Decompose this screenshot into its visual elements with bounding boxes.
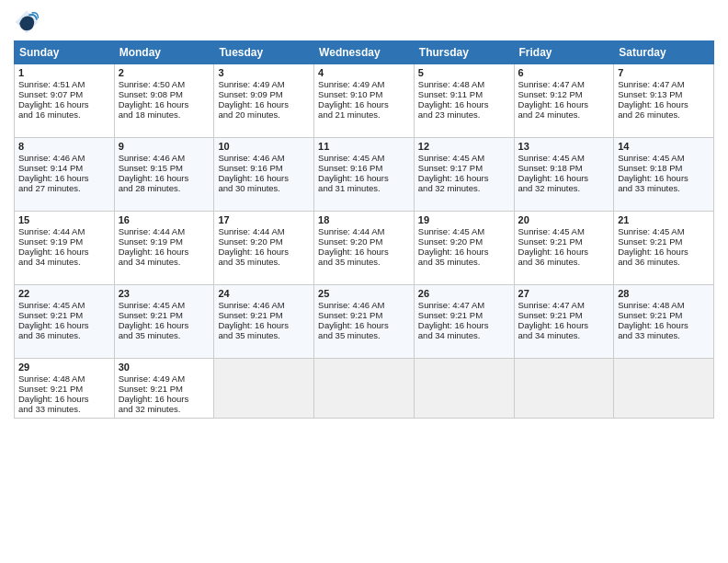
day-info: Daylight: 16 hours — [18, 99, 110, 109]
day-info: Sunrise: 4:50 AM — [119, 79, 210, 89]
day-info: Daylight: 16 hours — [318, 320, 410, 330]
calendar-cell: 28Sunrise: 4:48 AMSunset: 9:21 PMDayligh… — [614, 285, 714, 359]
day-info: Sunrise: 4:44 AM — [18, 226, 110, 236]
day-number: 11 — [318, 141, 410, 152]
day-info: Sunrise: 4:48 AM — [418, 79, 510, 89]
day-info: Sunset: 9:16 PM — [218, 163, 310, 173]
day-number: 2 — [119, 67, 210, 78]
weekday-header-tuesday: Tuesday — [214, 41, 314, 64]
calendar-cell: 6Sunrise: 4:47 AMSunset: 9:12 PMDaylight… — [514, 64, 614, 138]
day-info: Sunset: 9:21 PM — [518, 236, 610, 247]
day-info: and 30 minutes. — [218, 183, 310, 193]
day-info: Sunset: 9:21 PM — [18, 384, 110, 394]
day-info: Daylight: 16 hours — [119, 320, 210, 330]
day-info: Sunset: 9:10 PM — [318, 89, 410, 99]
day-info: Sunrise: 4:45 AM — [18, 300, 110, 310]
calendar-cell: 20Sunrise: 4:45 AMSunset: 9:21 PMDayligh… — [514, 212, 614, 285]
day-info: and 35 minutes. — [318, 330, 410, 340]
day-info: Daylight: 16 hours — [18, 173, 110, 183]
day-info: Sunset: 9:12 PM — [518, 89, 610, 99]
day-info: Sunrise: 4:46 AM — [119, 153, 210, 163]
day-info: Sunset: 9:20 PM — [418, 236, 510, 247]
calendar-week-2: 15Sunrise: 4:44 AMSunset: 9:19 PMDayligh… — [15, 212, 714, 285]
calendar-cell: 29Sunrise: 4:48 AMSunset: 9:21 PMDayligh… — [15, 359, 115, 419]
day-info: and 27 minutes. — [18, 183, 110, 193]
day-info: and 33 minutes. — [18, 404, 110, 414]
day-info: and 23 minutes. — [418, 109, 510, 120]
day-info: and 16 minutes. — [18, 109, 110, 120]
day-info: Sunrise: 4:45 AM — [618, 153, 710, 163]
weekday-header-thursday: Thursday — [414, 41, 514, 64]
day-info: Sunset: 9:21 PM — [618, 236, 710, 247]
day-number: 8 — [18, 141, 110, 152]
day-number: 16 — [119, 214, 210, 225]
day-info: Sunrise: 4:46 AM — [318, 300, 410, 310]
day-info: Daylight: 16 hours — [318, 173, 410, 183]
day-info: Daylight: 16 hours — [119, 394, 210, 404]
day-info: Daylight: 16 hours — [418, 320, 510, 330]
day-info: and 34 minutes. — [418, 330, 510, 340]
day-number: 30 — [119, 362, 210, 373]
day-info: Daylight: 16 hours — [518, 173, 610, 183]
day-info: Sunset: 9:21 PM — [119, 384, 210, 394]
day-number: 27 — [518, 288, 610, 299]
calendar-cell: 10Sunrise: 4:46 AMSunset: 9:16 PMDayligh… — [214, 138, 314, 212]
day-info: Daylight: 16 hours — [518, 247, 610, 257]
day-info: Sunset: 9:16 PM — [318, 163, 410, 173]
calendar-cell — [514, 359, 614, 419]
day-info: Sunrise: 4:48 AM — [18, 373, 110, 384]
calendar-cell: 21Sunrise: 4:45 AMSunset: 9:21 PMDayligh… — [614, 212, 714, 285]
day-number: 26 — [418, 288, 510, 299]
day-info: and 35 minutes. — [218, 330, 310, 340]
day-info: Sunrise: 4:45 AM — [119, 300, 210, 310]
day-info: Daylight: 16 hours — [618, 247, 710, 257]
calendar-week-3: 22Sunrise: 4:45 AMSunset: 9:21 PMDayligh… — [15, 285, 714, 359]
day-info: Sunset: 9:17 PM — [418, 163, 510, 173]
day-info: Sunrise: 4:45 AM — [318, 153, 410, 163]
day-info: and 28 minutes. — [119, 183, 210, 193]
day-info: Sunset: 9:21 PM — [318, 310, 410, 320]
day-info: and 32 minutes. — [418, 183, 510, 193]
day-info: Sunset: 9:21 PM — [418, 310, 510, 320]
day-number: 25 — [318, 288, 410, 299]
calendar-table: SundayMondayTuesdayWednesdayThursdayFrid… — [14, 40, 714, 419]
calendar-cell: 8Sunrise: 4:46 AMSunset: 9:14 PMDaylight… — [15, 138, 115, 212]
day-info: Sunrise: 4:47 AM — [518, 300, 610, 310]
day-info: Daylight: 16 hours — [218, 173, 310, 183]
day-info: Daylight: 16 hours — [418, 247, 510, 257]
calendar-cell: 24Sunrise: 4:46 AMSunset: 9:21 PMDayligh… — [214, 285, 314, 359]
day-info: Sunset: 9:21 PM — [218, 310, 310, 320]
day-info: Sunrise: 4:45 AM — [518, 153, 610, 163]
day-info: Sunrise: 4:47 AM — [518, 79, 610, 89]
calendar-cell: 13Sunrise: 4:45 AMSunset: 9:18 PMDayligh… — [514, 138, 614, 212]
day-info: and 33 minutes. — [618, 183, 710, 193]
day-info: Sunset: 9:21 PM — [518, 310, 610, 320]
day-info: Sunset: 9:08 PM — [119, 89, 210, 99]
calendar-cell: 17Sunrise: 4:44 AMSunset: 9:20 PMDayligh… — [214, 212, 314, 285]
day-info: Sunset: 9:18 PM — [618, 163, 710, 173]
day-info: and 32 minutes. — [119, 404, 210, 414]
calendar-cell: 27Sunrise: 4:47 AMSunset: 9:21 PMDayligh… — [514, 285, 614, 359]
calendar-cell: 26Sunrise: 4:47 AMSunset: 9:21 PMDayligh… — [414, 285, 514, 359]
day-info: Daylight: 16 hours — [18, 247, 110, 257]
calendar-week-1: 8Sunrise: 4:46 AMSunset: 9:14 PMDaylight… — [15, 138, 714, 212]
calendar-cell: 16Sunrise: 4:44 AMSunset: 9:19 PMDayligh… — [114, 212, 214, 285]
day-info: Sunrise: 4:49 AM — [119, 373, 210, 384]
header — [14, 9, 714, 35]
day-info: Daylight: 16 hours — [119, 247, 210, 257]
day-number: 14 — [618, 141, 710, 152]
day-number: 4 — [318, 67, 410, 78]
day-info: Sunset: 9:14 PM — [18, 163, 110, 173]
day-info: Sunset: 9:21 PM — [119, 310, 210, 320]
day-number: 10 — [218, 141, 310, 152]
day-info: and 33 minutes. — [618, 330, 710, 340]
day-info: Daylight: 16 hours — [218, 320, 310, 330]
calendar-cell: 25Sunrise: 4:46 AMSunset: 9:21 PMDayligh… — [314, 285, 415, 359]
day-info: Daylight: 16 hours — [218, 247, 310, 257]
day-number: 15 — [18, 214, 110, 225]
day-info: Sunset: 9:21 PM — [618, 310, 710, 320]
calendar-cell: 23Sunrise: 4:45 AMSunset: 9:21 PMDayligh… — [114, 285, 214, 359]
day-info: and 24 minutes. — [518, 109, 610, 120]
calendar-cell: 11Sunrise: 4:45 AMSunset: 9:16 PMDayligh… — [314, 138, 415, 212]
day-info: Sunset: 9:09 PM — [218, 89, 310, 99]
